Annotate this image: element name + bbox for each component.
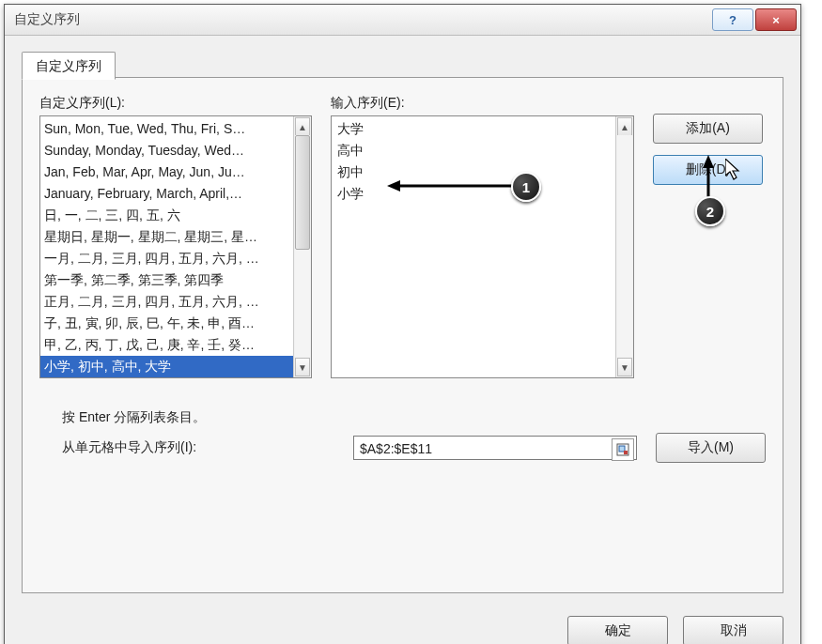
window-title: 自定义序列 xyxy=(14,11,710,28)
listbox-scrollbar[interactable]: ▲ ▼ xyxy=(293,116,311,377)
entry-line: 小学 xyxy=(337,183,628,205)
list-item[interactable]: 正月, 二月, 三月, 四月, 五月, 六月, … xyxy=(44,291,307,313)
custom-lists-listbox[interactable]: Sun, Mon, Tue, Wed, Thu, Fri, S… Sunday,… xyxy=(39,115,312,378)
list-item-selected[interactable]: 小学, 初中, 高中, 大学 xyxy=(40,356,311,377)
scroll-down-icon[interactable]: ▼ xyxy=(617,358,632,376)
content-frame: 自定义序列(L): Sun, Mon, Tue, Wed, Thu, Fri, … xyxy=(22,77,783,593)
custom-lists-column: 自定义序列(L): Sun, Mon, Tue, Wed, Thu, Fri, … xyxy=(39,95,312,378)
help-button[interactable]: ? xyxy=(712,8,753,31)
entry-column: 输入序列(E): 大学 高中 初中 小学 ▲ ▼ xyxy=(331,95,634,378)
custom-lists-dialog: 自定义序列 ? × 自定义序列 自定义序列(L): Sun, Mon, Tue,… xyxy=(4,4,801,644)
delete-button[interactable]: 删除(D) xyxy=(653,155,763,185)
scroll-down-icon[interactable]: ▼ xyxy=(295,358,310,376)
svg-rect-2 xyxy=(624,451,628,454)
ok-button[interactable]: 确定 xyxy=(567,616,668,644)
enter-hint-text: 按 Enter 分隔列表条目。 xyxy=(62,401,766,433)
close-button[interactable]: × xyxy=(755,8,797,31)
refedit-collapse-icon[interactable] xyxy=(612,438,634,461)
import-range-input[interactable]: $A$2:$E$11 xyxy=(353,436,637,460)
list-item[interactable]: 甲, 乙, 丙, 丁, 戊, 己, 庚, 辛, 壬, 癸… xyxy=(44,334,307,356)
list-item[interactable]: 第一季, 第二季, 第三季, 第四季 xyxy=(44,269,307,291)
import-row: 从单元格中导入序列(I): $A$2:$E$11 导入(M) xyxy=(39,433,766,463)
entry-line: 初中 xyxy=(337,161,628,183)
tabstrip: 自定义序列 xyxy=(22,49,783,77)
custom-lists-label: 自定义序列(L): xyxy=(39,95,312,112)
scroll-track[interactable] xyxy=(617,135,632,359)
window-buttons: ? × xyxy=(710,8,797,31)
scroll-track[interactable] xyxy=(295,135,310,359)
scroll-up-icon[interactable]: ▲ xyxy=(295,117,310,136)
scroll-up-icon[interactable]: ▲ xyxy=(617,117,632,136)
list-item[interactable]: 星期日, 星期一, 星期二, 星期三, 星… xyxy=(44,226,307,248)
titlebar: 自定义序列 ? × xyxy=(5,5,800,36)
list-item[interactable]: January, February, March, April,… xyxy=(44,183,307,205)
info-text: 按 Enter 分隔列表条目。 xyxy=(62,401,766,433)
import-from-cells-label: 从单元格中导入序列(I): xyxy=(62,439,353,456)
list-item[interactable]: Sun, Mon, Tue, Wed, Thu, Fri, S… xyxy=(44,118,307,140)
dialog-body: 自定义序列 自定义序列(L): Sun, Mon, Tue, Wed, Thu,… xyxy=(5,36,800,605)
dialog-footer: 确定 取消 xyxy=(5,605,800,644)
list-item[interactable]: 子, 丑, 寅, 卯, 辰, 巳, 午, 未, 申, 酉… xyxy=(44,313,307,334)
add-button[interactable]: 添加(A) xyxy=(653,114,763,144)
list-item[interactable]: Sunday, Monday, Tuesday, Wed… xyxy=(44,140,307,161)
list-item[interactable]: 一月, 二月, 三月, 四月, 五月, 六月, … xyxy=(44,248,307,269)
import-button[interactable]: 导入(M) xyxy=(656,433,766,463)
entry-list-textarea[interactable]: 大学 高中 初中 小学 ▲ ▼ xyxy=(331,115,634,378)
entry-list-label: 输入序列(E): xyxy=(331,95,634,112)
entry-line: 大学 xyxy=(337,118,628,140)
scroll-thumb[interactable] xyxy=(295,135,310,250)
entry-line: 高中 xyxy=(337,140,628,161)
entry-scrollbar[interactable]: ▲ ▼ xyxy=(615,116,633,377)
cancel-button[interactable]: 取消 xyxy=(683,616,783,644)
import-range-value: $A$2:$E$11 xyxy=(360,441,432,456)
action-buttons-column: 添加(A) 删除(D) xyxy=(653,95,766,378)
list-item[interactable]: Jan, Feb, Mar, Apr, May, Jun, Ju… xyxy=(44,161,307,183)
custom-lists-lines: Sun, Mon, Tue, Wed, Thu, Fri, S… Sunday,… xyxy=(40,116,311,378)
tab-custom-lists[interactable]: 自定义序列 xyxy=(22,52,116,80)
list-item[interactable]: 日, 一, 二, 三, 四, 五, 六 xyxy=(44,205,307,226)
